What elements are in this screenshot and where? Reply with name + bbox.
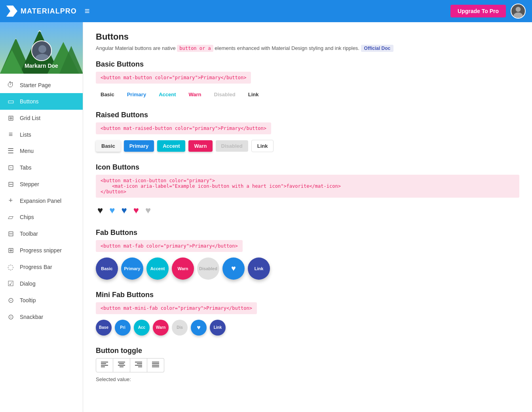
- toggle-button-align-right[interactable]: [130, 358, 147, 372]
- basic-button-primary[interactable]: Primary: [122, 89, 151, 100]
- snackbar-icon: ⊙: [6, 313, 15, 321]
- sidebar-nav: ⏱ Starter Page ▭ Buttons ⊞ Grid List ≡ L…: [0, 74, 83, 328]
- basic-buttons-section: Basic Buttons <button mat-button color="…: [96, 60, 519, 100]
- basic-button-link[interactable]: Link: [243, 89, 264, 100]
- svg-point-3: [513, 13, 522, 19]
- raised-button-primary[interactable]: Primary: [124, 140, 154, 152]
- sidebar-item-label: Starter Page: [20, 82, 51, 88]
- basic-button-warn[interactable]: Warn: [184, 89, 206, 100]
- basic-button-accent[interactable]: Accent: [154, 89, 180, 100]
- raised-button-accent[interactable]: Accent: [157, 140, 185, 152]
- code-inline-button-or-a: button or a: [177, 45, 213, 52]
- fab-button-primary[interactable]: Primary: [121, 258, 143, 280]
- svg-rect-30: [152, 366, 159, 367]
- sidebar-item-chips[interactable]: ▱ Chips: [0, 209, 83, 225]
- lists-icon: ≡: [6, 130, 15, 139]
- icon-buttons-title: Icon Buttons: [96, 163, 519, 172]
- sidebar-item-lists[interactable]: ≡ Lists: [0, 126, 83, 143]
- official-doc-link[interactable]: Official Doc: [361, 45, 394, 52]
- raised-button-link[interactable]: Link: [251, 140, 274, 152]
- upgrade-button[interactable]: Upgrade To Pro: [450, 5, 506, 17]
- icon-buttons-code: <button mat-icon-button color="primary">…: [96, 175, 519, 198]
- sidebar-item-label: Expansion Panel: [20, 198, 61, 204]
- expansion-panel-icon: +: [6, 196, 15, 205]
- icon-button-blue-light-heart[interactable]: ♥: [108, 203, 116, 217]
- icon-button-pink-heart[interactable]: ♥: [132, 203, 141, 217]
- fab-button-heart[interactable]: ♥: [222, 258, 245, 280]
- fab-button-link[interactable]: Link: [248, 258, 270, 280]
- tooltip-icon: ⊙: [6, 296, 15, 305]
- sidebar-item-progress-bar[interactable]: ◌ Progress Bar: [0, 259, 83, 275]
- mini-fab-button-heart[interactable]: ♥: [191, 320, 207, 336]
- topnav-left: MATERIALPRO ≡: [6, 4, 91, 18]
- mini-fab-button-accent[interactable]: Acc: [134, 320, 150, 336]
- icon-button-gray-heart[interactable]: ♥: [144, 203, 152, 217]
- button-toggle-title: Button toggle: [96, 347, 519, 355]
- sidebar-item-expansion-panel[interactable]: + Expansion Panel: [0, 193, 83, 209]
- svg-rect-18: [101, 366, 105, 367]
- icon-button-blue-dark-heart[interactable]: ♥: [120, 203, 129, 217]
- svg-rect-27: [152, 362, 159, 362]
- raised-button-warn[interactable]: Warn: [188, 140, 212, 152]
- page-title: Buttons: [96, 32, 519, 42]
- fab-button-disabled: Disabled: [197, 258, 219, 280]
- sidebar-item-toolbar[interactable]: ⊟ Toolbar: [0, 225, 83, 242]
- sidebar: Markarn Doe ⏱ Starter Page ▭ Buttons ⊞ G…: [0, 22, 83, 412]
- toggle-button-align-center[interactable]: [113, 358, 130, 372]
- svg-rect-23: [135, 362, 142, 362]
- hamburger-menu-icon[interactable]: ≡: [83, 4, 91, 18]
- fab-button-warn[interactable]: Warn: [172, 258, 194, 280]
- svg-rect-26: [138, 366, 142, 367]
- sidebar-item-starter-page[interactable]: ⏱ Starter Page: [0, 77, 83, 93]
- mini-fab-buttons-title: Mini Fab Buttons: [96, 291, 519, 299]
- fab-button-basic[interactable]: Basic: [96, 258, 118, 280]
- align-center-icon: [118, 362, 125, 367]
- grid-list-icon: ⊞: [6, 114, 15, 122]
- mini-fab-button-base[interactable]: Base: [96, 320, 112, 336]
- svg-marker-0: [6, 6, 17, 17]
- sidebar-item-progress-snipper[interactable]: ⊞ Progress snipper: [0, 242, 83, 259]
- svg-rect-21: [118, 365, 125, 366]
- page-desc-text-after: elements enhanced with Material Design s…: [215, 45, 359, 51]
- svg-rect-15: [101, 362, 108, 362]
- mini-fab-button-primary[interactable]: Pri: [115, 320, 131, 336]
- buttons-icon: ▭: [6, 97, 15, 106]
- main-layout: Markarn Doe ⏱ Starter Page ▭ Buttons ⊞ G…: [0, 22, 532, 412]
- tabs-icon: ⊡: [6, 163, 15, 172]
- top-navigation: MATERIALPRO ≡ Upgrade To Pro: [0, 0, 532, 22]
- main-content: Buttons Angular Material buttons are nat…: [83, 22, 532, 412]
- progress-bar-icon: ◌: [6, 263, 15, 271]
- raised-button-basic[interactable]: Basic: [96, 140, 121, 152]
- sidebar-item-buttons[interactable]: ▭ Buttons: [0, 93, 83, 110]
- toggle-button-align-justify[interactable]: [147, 358, 164, 372]
- sidebar-item-tabs[interactable]: ⊡ Tabs: [0, 159, 83, 176]
- basic-button-basic[interactable]: Basic: [96, 89, 119, 100]
- raised-button-disabled: Disabled: [216, 140, 248, 152]
- svg-rect-29: [152, 365, 159, 366]
- mini-fab-button-warn[interactable]: Warn: [153, 320, 169, 336]
- sidebar-item-label: Menu: [20, 148, 34, 154]
- user-avatar[interactable]: [511, 4, 526, 19]
- sidebar-item-label: Lists: [20, 132, 31, 138]
- sidebar-item-label: Stepper: [20, 181, 39, 187]
- svg-rect-25: [135, 365, 142, 366]
- sidebar-item-menu[interactable]: ☰ Menu: [0, 143, 83, 159]
- fab-button-accent[interactable]: Accent: [146, 258, 169, 280]
- sidebar-item-dialog[interactable]: ☑ Dialog: [0, 275, 83, 292]
- svg-rect-24: [137, 363, 142, 364]
- basic-button-disabled: Disabled: [209, 89, 240, 100]
- sidebar-item-label: Chips: [20, 214, 34, 220]
- sidebar-item-grid-list[interactable]: ⊞ Grid List: [0, 110, 83, 126]
- sidebar-item-snackbar[interactable]: ⊙ Snackbar: [0, 309, 83, 325]
- mini-fab-button-link[interactable]: Link: [210, 320, 226, 336]
- fab-buttons-title: Fab Buttons: [96, 229, 519, 237]
- raised-buttons-code: <button mat-raised-button color="primary…: [96, 122, 271, 134]
- icon-button-black-heart[interactable]: ♥: [96, 203, 104, 217]
- toggle-button-align-left[interactable]: [96, 358, 113, 372]
- page-description: Angular Material buttons are native butt…: [96, 44, 519, 52]
- sidebar-item-tooltip[interactable]: ⊙ Tooltip: [0, 292, 83, 309]
- dialog-icon: ☑: [6, 279, 15, 288]
- sidebar-item-stepper[interactable]: ⊟ Stepper: [0, 176, 83, 193]
- align-right-icon: [135, 362, 142, 367]
- svg-rect-17: [101, 365, 108, 366]
